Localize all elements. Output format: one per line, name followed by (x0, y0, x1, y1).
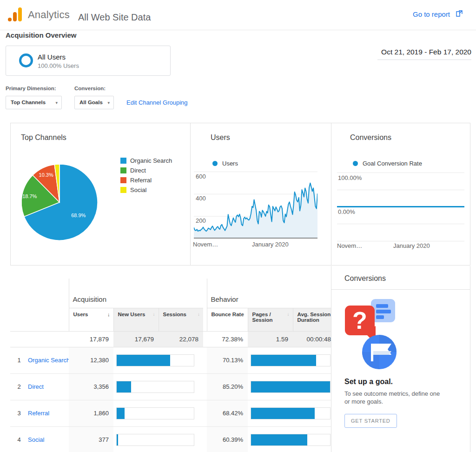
table-row-social: 4 Social 377 60.39% (10, 426, 336, 452)
row-rank: 3 (10, 400, 28, 426)
caret-down-icon: ▾ (107, 100, 110, 105)
table-column-header-row: Users↓ New Users↓ Sessions↓ Bounce Rate↓… (10, 308, 336, 331)
column-header-avg-duration[interactable]: Avg. Session Duration↓ (293, 308, 336, 331)
xtick-january: January 2020 (393, 242, 430, 249)
segment-card-all-users[interactable]: All Users 100.00% Users (6, 46, 171, 76)
legend-swatch (120, 177, 126, 183)
xtick-january: January 2020 (252, 241, 289, 248)
analytics-logo-icon (7, 7, 24, 23)
edit-channel-grouping-link[interactable]: Edit Channel Grouping (126, 99, 188, 106)
conversion-dropdown[interactable]: All Goals ▾ (74, 96, 114, 109)
date-range-underline (377, 60, 471, 60)
segment-title: All Users (38, 53, 66, 61)
column-header-pages-session[interactable]: Pages / Session↓ (248, 308, 293, 331)
goal-panel-title: Conversions (344, 274, 386, 283)
column-header-new-users[interactable]: New Users↓ (113, 308, 159, 331)
goal-setup-illustration: ? (343, 295, 399, 372)
primary-dimension-dropdown[interactable]: Top Channels ▾ (6, 96, 62, 109)
sort-desc-icon: ↓ (107, 312, 110, 317)
gridline (337, 190, 464, 190)
group-header-acquisition: Acquisition (69, 279, 203, 308)
users-bar (116, 434, 194, 446)
sort-icon: ↓ (153, 312, 155, 317)
get-started-button[interactable]: GET STARTED (344, 414, 397, 428)
users-bar (116, 407, 194, 419)
brand-name: Analytics (28, 9, 70, 21)
channel-link-social[interactable]: Social (28, 436, 44, 443)
external-link-icon[interactable] (456, 10, 463, 17)
goal-heading: Set up a goal. (344, 378, 393, 386)
page-title: Acquisition Overview (6, 31, 77, 39)
bounce-bar (251, 434, 331, 446)
total-sessions: 22,078 (159, 331, 203, 347)
sort-icon: ↓ (242, 312, 245, 317)
ytick-0pct: 0.00% (338, 208, 355, 215)
ga-acquisition-overview: Analytics All Web Site Data Go to report… (0, 0, 476, 452)
table-row-organic-search: 1 Organic Search 12,380 70.13% (10, 347, 336, 373)
ytick-200: 200 (196, 217, 206, 224)
gridline (337, 173, 464, 173)
ytick-600: 600 (196, 173, 206, 180)
ytick-400: 400 (196, 195, 206, 202)
table-group-header-row: Acquisition Behavior (10, 279, 336, 308)
goal-conversion-flat-line[interactable] (337, 206, 464, 207)
bounce-bar (251, 407, 331, 419)
legend-swatch (120, 158, 126, 164)
bounce-rate-value: 60.39% (207, 426, 248, 452)
legend-dot (353, 161, 358, 166)
top-channels-pie-chart[interactable]: 68.9%18.7%10.3% (19, 161, 100, 243)
legend-swatch (120, 167, 126, 173)
table-row-referral: 3 Referral 1,860 68.42% (10, 400, 336, 426)
conversion-label: Conversion: (74, 86, 106, 91)
row-rank: 2 (10, 373, 28, 400)
channel-link-direct[interactable]: Direct (28, 383, 44, 390)
table-spacer (10, 266, 336, 279)
total-new-users: 17,679 (113, 331, 159, 347)
group-header-behavior: Behavior (207, 279, 336, 308)
channel-link-referral[interactable]: Referral (28, 410, 49, 417)
total-users: 17,879 (69, 331, 113, 347)
legend-swatch (120, 187, 126, 193)
total-bounce-rate: 72.38% (207, 331, 248, 347)
property-name: All Web Site Data (78, 12, 151, 23)
column-header-bounce-rate[interactable]: Bounce Rate↓ (207, 308, 248, 331)
users-value: 12,380 (69, 347, 113, 373)
segment-ring-icon (19, 53, 33, 67)
goal-description: To see outcome metrics, define one or mo… (344, 390, 446, 405)
bounce-bar (251, 381, 331, 393)
channel-link-organic-search[interactable]: Organic Search (28, 357, 69, 364)
svg-text:10.3%: 10.3% (39, 172, 53, 178)
total-pages-session: 1.59 (248, 331, 293, 347)
overview-charts-band: Top Channels 68.9%18.7%10.3% Organic Sea… (10, 123, 470, 266)
column-header-sessions[interactable]: Sessions↓ (159, 308, 203, 331)
total-avg-duration: 00:00:48 (293, 331, 336, 347)
xtick-november: Novem… (193, 241, 218, 248)
users-bar (116, 381, 194, 393)
segment-subtitle: 100.00% Users (38, 62, 79, 69)
svg-text:18.7%: 18.7% (22, 193, 37, 199)
go-to-report-link[interactable]: Go to report (413, 10, 450, 18)
sort-icon: ↓ (198, 312, 200, 317)
row-rank: 4 (10, 426, 28, 452)
users-bar (116, 354, 194, 366)
top-channels-title: Top Channels (21, 133, 66, 142)
users-chart-title: Users (211, 133, 230, 142)
primary-dimension-label: Primary Dimension: (6, 86, 56, 91)
bounce-rate-value: 85.20% (207, 373, 248, 400)
gridline (337, 224, 464, 224)
users-value: 377 (69, 426, 113, 452)
svg-text:68.9%: 68.9% (71, 213, 86, 218)
legend-dot (212, 161, 218, 166)
conversions-chart-title: Conversions (350, 133, 391, 142)
caret-down-icon: ▾ (55, 100, 58, 105)
panel-divider (190, 123, 191, 265)
channels-table: Acquisition Behavior Users↓ New Users↓ S… (10, 266, 336, 452)
table-totals-row: 17,879 17,679 22,078 72.38% 1.59 00:00:4… (10, 331, 336, 347)
gridline (337, 241, 464, 241)
users-value: 1,860 (69, 400, 113, 426)
users-line-chart[interactable] (194, 170, 317, 239)
column-header-users[interactable]: Users↓ (69, 308, 113, 331)
top-bar: Analytics All Web Site Data Go to report (0, 0, 476, 30)
xtick-november: Novem… (337, 242, 362, 249)
date-range[interactable]: Oct 21, 2019 - Feb 17, 2020 (377, 48, 471, 56)
